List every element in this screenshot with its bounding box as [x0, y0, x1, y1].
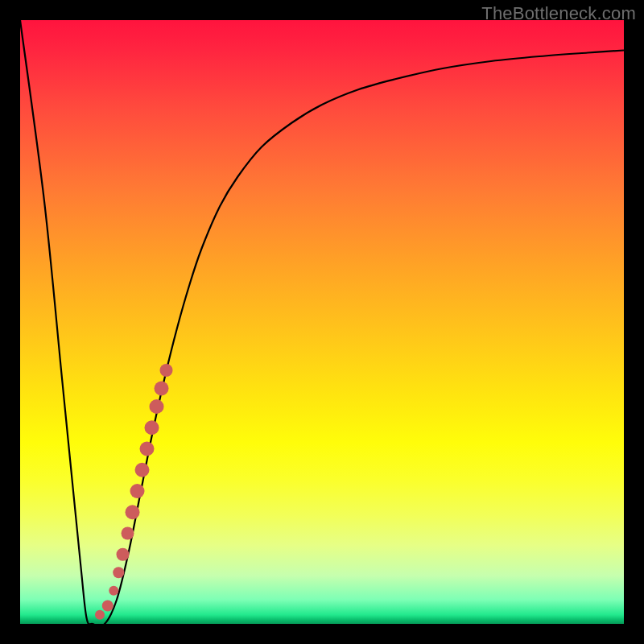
- highlight-dot: [130, 484, 145, 498]
- highlight-dot: [126, 505, 140, 519]
- highlight-dot: [95, 610, 105, 620]
- highlight-dot: [117, 548, 130, 561]
- highlight-dot: [135, 463, 150, 477]
- highlight-dot: [160, 364, 173, 377]
- chart-frame: TheBottleneck.com: [0, 0, 644, 644]
- highlight-dot: [140, 442, 155, 456]
- plot-area: [20, 20, 624, 624]
- highlight-dot: [150, 399, 164, 414]
- highlight-dot: [155, 382, 169, 396]
- highlight-dot: [122, 527, 134, 540]
- highlight-dot: [109, 586, 118, 596]
- highlight-dot: [113, 567, 124, 578]
- highlight-dot: [145, 420, 159, 435]
- marker-layer: [20, 20, 624, 624]
- watermark-text: TheBottleneck.com: [481, 3, 636, 24]
- highlight-dot: [102, 601, 114, 612]
